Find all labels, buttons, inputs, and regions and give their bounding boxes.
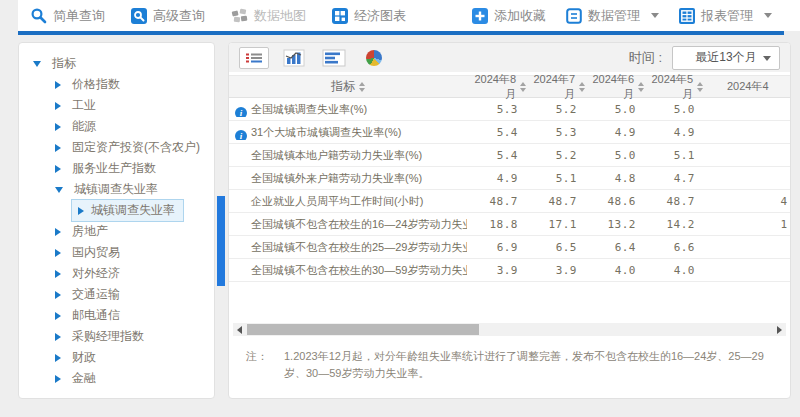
tree-item[interactable]: 采购经理指数 — [19, 326, 214, 347]
column-header-month[interactable]: 2024年7月 — [526, 72, 585, 102]
tree-item-selected[interactable]: 城镇调查失业率 — [19, 200, 214, 221]
nav-econ-chart[interactable]: 经济图表 — [332, 7, 406, 25]
cell-value: 5.3 — [526, 126, 585, 139]
info-icon[interactable]: i — [235, 130, 247, 140]
cell-value: 14.2 — [644, 218, 703, 231]
tree-item[interactable]: 能源 — [19, 116, 214, 137]
cell-value: 5.4 — [467, 126, 526, 139]
triangle-right-icon — [78, 207, 84, 215]
triangle-right-icon — [55, 375, 61, 383]
time-filter: 时间 : 最近13个月 — [629, 46, 780, 70]
add-favorite-button[interactable]: 添加收藏 — [472, 7, 546, 25]
scroll-right-icon[interactable] — [777, 326, 782, 334]
triangle-right-icon — [55, 333, 61, 341]
data-map-icon — [231, 8, 248, 24]
table-row[interactable]: 企业就业人员周平均工作时间(小时) 48.7 48.7 48.6 48.7 4 — [229, 190, 790, 213]
top-nav: 简单查询 高级查询 数据地图 经济图表 添加收藏 数据管理 — [18, 0, 800, 31]
cell-value: 4.0 — [585, 264, 644, 277]
cell-value: 4.8 — [585, 172, 644, 185]
vertical-scrollbar-thumb[interactable] — [217, 196, 225, 286]
nav-item-label: 数据地图 — [254, 7, 306, 25]
table-row[interactable]: 全国城镇不包含在校生的16—24岁劳动力失业率(%) 18.8 17.1 13.… — [229, 213, 790, 236]
footnote-text: 1.2023年12月起，对分年龄组失业率统计进行了调整完善，发布不包含在校生的1… — [284, 348, 776, 382]
cell-value: 17.1 — [526, 218, 585, 231]
tree-item-root[interactable]: 指标 — [19, 53, 214, 74]
data-manage-menu[interactable]: 数据管理 — [566, 7, 659, 25]
table-row[interactable]: 全国城镇外来户籍劳动力失业率(%) 4.9 5.1 4.8 4.7 — [229, 167, 790, 190]
cell-value: 4.9 — [585, 126, 644, 139]
chevron-down-icon — [763, 56, 771, 61]
hbar-chart-icon — [322, 49, 346, 67]
hbar-chart-button[interactable] — [319, 47, 349, 69]
tree-item-label: 指标 — [52, 55, 76, 72]
time-range-select[interactable]: 最近13个月 — [672, 46, 780, 70]
tree-item[interactable]: 房地产 — [19, 221, 214, 242]
tree-item-survey-unemployment[interactable]: 城镇调查失业率 — [19, 179, 214, 200]
cell-value: 6.9 — [467, 241, 526, 254]
cell-value: 5.2 — [526, 149, 585, 162]
nav-item-label: 报表管理 — [701, 7, 753, 25]
horizontal-scrollbar[interactable] — [233, 323, 786, 336]
tree-item-label: 金融 — [72, 370, 96, 387]
report-manage-menu[interactable]: 报表管理 — [679, 7, 772, 25]
column-header-month[interactable]: 2024年8月 — [467, 72, 526, 102]
report-manage-icon — [679, 8, 695, 24]
tree-item-label: 城镇调查失业率 — [91, 202, 175, 219]
pie-chart-icon — [366, 50, 382, 66]
tree-item[interactable]: 交通运输 — [19, 284, 214, 305]
triangle-down-icon — [55, 187, 63, 193]
nav-item-label: 高级查询 — [153, 7, 205, 25]
triangle-right-icon — [55, 81, 61, 89]
nav-data-map[interactable]: 数据地图 — [231, 7, 306, 25]
sort-icon[interactable] — [359, 82, 365, 92]
indicator-name: 全国城镇调查失业率(%) — [251, 103, 367, 115]
triangle-right-icon — [55, 228, 61, 236]
cell-value: 5.0 — [644, 103, 703, 116]
data-manage-icon — [566, 8, 582, 24]
column-header-month-partial[interactable]: 2024年4 — [703, 79, 791, 94]
bar-chart-button[interactable] — [279, 47, 309, 69]
tree-item[interactable]: 财政 — [19, 347, 214, 368]
table-row[interactable]: 全国城镇不包含在校生的25—29岁劳动力失业率(%) 6.9 6.5 6.4 6… — [229, 236, 790, 259]
nav-advanced-query[interactable]: 高级查询 — [131, 7, 205, 25]
triangle-right-icon — [55, 249, 61, 257]
table-row[interactable]: 全国城镇不包含在校生的30—59岁劳动力失业率(%) 3.9 3.9 4.0 4… — [229, 259, 790, 282]
nav-item-label: 经济图表 — [354, 7, 406, 25]
tree-item[interactable]: 工业 — [19, 95, 214, 116]
top-nav-right: 添加收藏 数据管理 报表管理 — [452, 7, 772, 25]
indicator-name: 全国城镇本地户籍劳动力失业率(%) — [251, 149, 422, 161]
triangle-right-icon — [55, 144, 61, 152]
nav-item-label: 添加收藏 — [494, 7, 546, 25]
search-icon — [30, 7, 47, 24]
cell-value: 3.9 — [526, 264, 585, 277]
triangle-right-icon — [55, 165, 61, 173]
tree-item[interactable]: 固定资产投资(不含农户) — [19, 137, 214, 158]
tree-item[interactable]: 服务业生产指数 — [19, 158, 214, 179]
table-row[interactable]: i31个大城市城镇调查失业率(%) 5.4 5.3 4.9 4.9 — [229, 121, 790, 144]
table-row[interactable]: 全国城镇本地户籍劳动力失业率(%) 5.4 5.2 5.0 5.1 — [229, 144, 790, 167]
nav-item-label: 简单查询 — [53, 7, 105, 25]
tree-item[interactable]: 国内贸易 — [19, 242, 214, 263]
horizontal-scrollbar-thumb[interactable] — [247, 324, 479, 335]
tree-item-label: 国内贸易 — [72, 244, 120, 261]
nav-item-label: 数据管理 — [588, 7, 640, 25]
table-view-button[interactable] — [239, 47, 269, 69]
time-range-value: 最近13个月 — [695, 49, 756, 66]
column-header-month[interactable]: 2024年5月 — [644, 72, 703, 102]
scroll-left-icon[interactable] — [237, 326, 242, 334]
info-icon[interactable]: i — [235, 107, 247, 117]
nav-simple-query[interactable]: 简单查询 — [30, 7, 105, 25]
triangle-right-icon — [55, 270, 61, 278]
pie-chart-button[interactable] — [359, 47, 389, 69]
column-header-indicator[interactable]: 指标 — [229, 78, 467, 95]
column-header-month[interactable]: 2024年6月 — [585, 72, 644, 102]
cell-value: 5.0 — [585, 103, 644, 116]
tree-item[interactable]: 邮电通信 — [19, 305, 214, 326]
tree-item-label: 采购经理指数 — [72, 328, 144, 345]
bar-chart-icon — [283, 49, 305, 67]
triangle-down-icon — [33, 61, 41, 67]
tree-item[interactable]: 价格指数 — [19, 74, 214, 95]
tree-item[interactable]: 对外经济 — [19, 263, 214, 284]
cell-value: 4.9 — [467, 172, 526, 185]
tree-item[interactable]: 金融 — [19, 368, 214, 389]
